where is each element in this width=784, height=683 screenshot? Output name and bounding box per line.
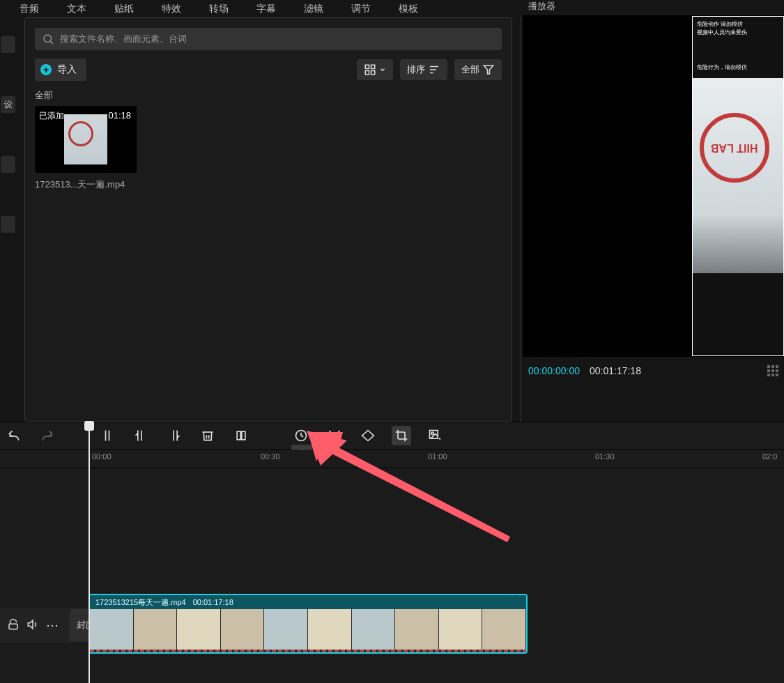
sort-button[interactable]: 排序: [400, 59, 447, 80]
timeline-ruler[interactable]: 00:00 00:30 01:00 01:30 02:0: [0, 450, 784, 468]
svg-point-0: [44, 35, 52, 43]
ruler-mark: 01:00: [428, 452, 447, 461]
mirror-button[interactable]: [325, 426, 344, 445]
svg-rect-16: [237, 431, 240, 440]
side-chip-4[interactable]: [1, 216, 15, 233]
side-chip-3[interactable]: [1, 156, 15, 173]
timeline-clip[interactable]: 1723513215每天一遍.mp4 00:01:17:18: [89, 594, 528, 654]
svg-rect-24: [9, 624, 17, 629]
preview-title: 播放器: [523, 0, 784, 15]
crop-button[interactable]: [392, 426, 411, 445]
undo-button[interactable]: [4, 426, 24, 445]
split-icon: [100, 429, 114, 443]
freeze-button[interactable]: [231, 426, 251, 445]
timeline-clip-duration: 00:01:17:18: [193, 598, 233, 606]
svg-rect-5: [371, 71, 375, 75]
import-label: 导入: [57, 63, 77, 76]
search-placeholder: 搜索文件名称、画面元素、台词: [60, 33, 187, 45]
tab-sticker[interactable]: 贴纸: [100, 3, 148, 15]
smart-tool-button[interactable]: [425, 426, 445, 445]
delete-right-button[interactable]: [164, 426, 184, 445]
trash-icon: [201, 429, 215, 443]
media-clip[interactable]: 已添加 01:18 1723513...天一遍.mp4: [35, 106, 137, 191]
filter-button[interactable]: 全部: [454, 59, 502, 80]
speed-icon: [294, 429, 308, 443]
preview-warning-3: 危险行为，请勿模仿: [693, 36, 783, 71]
lock-toggle[interactable]: [7, 618, 20, 633]
filter-label: 全部: [461, 63, 479, 76]
chevron-down-icon: [379, 66, 386, 73]
preview-canvas: 危险动作 请勿模仿 视频中人员均未受伤 危险行为，请勿模仿 HIIT LAB: [692, 16, 784, 356]
undo-icon: [7, 429, 21, 443]
image-audio-icon: [428, 429, 442, 443]
total-time: 00:01:17:18: [590, 365, 641, 376]
freeze-icon: [234, 429, 248, 443]
timeline-clip-name: 1723513215每天一遍.mp4: [95, 597, 186, 608]
preview-stage[interactable]: 危险动作 请勿模仿 视频中人员均未受伤 危险行为，请勿模仿 HIIT LAB: [523, 15, 784, 357]
split-button[interactable]: [98, 426, 117, 445]
svg-marker-21: [362, 431, 374, 441]
search-input[interactable]: 搜索文件名称、画面元素、台词: [35, 28, 502, 50]
tab-transition[interactable]: 转场: [195, 3, 243, 15]
media-section-label: 全部: [35, 89, 502, 102]
lock-icon: [7, 618, 20, 631]
rotate-button[interactable]: [358, 426, 378, 445]
sort-label: 排序: [407, 63, 425, 76]
tab-subtitle[interactable]: 字幕: [243, 3, 290, 15]
rotate-icon: [361, 429, 375, 443]
more-button[interactable]: ⋯: [46, 619, 59, 631]
search-icon: [42, 33, 54, 45]
svg-point-23: [431, 432, 433, 434]
tab-adjust[interactable]: 调节: [337, 3, 385, 15]
ruler-mark: 01:30: [595, 452, 615, 461]
svg-marker-25: [28, 620, 33, 629]
timeline-clip-thumbs: [90, 609, 526, 650]
media-panel: 搜索文件名称、画面元素、台词 + 导入 排序 全部: [24, 17, 512, 422]
delete-left-icon: [134, 429, 148, 443]
mirror-icon: [328, 429, 341, 443]
svg-marker-19: [330, 431, 334, 440]
preview-panel: 播放器 危险动作 请勿模仿 视频中人员均未受伤 危险行为，请勿模仿 HIIT L…: [521, 17, 784, 422]
grid-icon: [364, 63, 376, 76]
tab-audio[interactable]: 音频: [6, 3, 53, 15]
media-clip-thumb: 已添加 01:18: [35, 106, 137, 173]
sound-icon: [26, 618, 39, 631]
preview-warning-1: 危险动作 请勿模仿: [693, 17, 783, 28]
tab-effect[interactable]: 特效: [148, 3, 195, 15]
svg-rect-4: [365, 71, 369, 75]
timeline-clip-header: 1723513215每天一遍.mp4 00:01:17:18: [90, 595, 526, 609]
crop-icon: [394, 429, 408, 443]
view-mode-button[interactable]: [357, 59, 393, 80]
redo-button[interactable]: [38, 426, 57, 445]
filter-icon: [482, 63, 495, 76]
redo-icon: [40, 429, 54, 443]
tab-template[interactable]: 模板: [385, 3, 432, 15]
delete-button[interactable]: [198, 426, 217, 445]
side-chip-1[interactable]: [1, 36, 15, 53]
delete-left-button[interactable]: [131, 426, 151, 445]
tab-text[interactable]: 文本: [53, 3, 100, 15]
side-chip-2[interactable]: 设: [1, 96, 15, 113]
ruler-mark: 00:00: [92, 452, 112, 461]
ruler-mark: 02:0: [762, 452, 777, 461]
preview-logo-stamp: HIIT LAB: [700, 113, 769, 183]
tab-filter[interactable]: 滤镜: [290, 3, 337, 15]
mute-toggle[interactable]: [26, 618, 39, 633]
svg-marker-9: [484, 66, 493, 74]
timeline-clip-audio: [90, 650, 526, 654]
media-clip-name: 1723513...天一遍.mp4: [35, 178, 137, 191]
svg-rect-2: [365, 65, 369, 68]
preview-timecodes: 00:00:00:00 00:01:17:18: [523, 365, 784, 376]
svg-rect-17: [242, 431, 245, 440]
media-clip-time: 01:18: [108, 110, 131, 121]
preview-warning-2: 视频中人员均未受伤: [693, 28, 783, 36]
speed-button[interactable]: [291, 426, 311, 445]
media-clip-badge: 已添加: [39, 110, 64, 122]
playhead[interactable]: [89, 421, 90, 683]
import-button[interactable]: + 导入: [35, 59, 86, 81]
plus-icon: +: [40, 64, 52, 75]
compare-grid-icon[interactable]: [767, 365, 778, 376]
track-area[interactable]: ⋯ 封面 1723513215每天一遍.mp4 00:01:17:18: [0, 468, 784, 683]
delete-right-icon: [167, 429, 181, 443]
timeline-toolbar: 调整大小: [0, 422, 784, 450]
